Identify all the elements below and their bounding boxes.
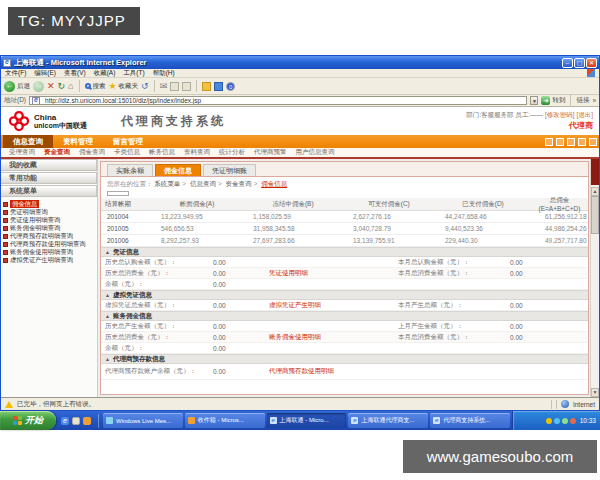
section-header-acct-commission[interactable]: ▲ 账务佣金信息 — [101, 311, 588, 321]
history-button[interactable]: ↺ — [141, 81, 149, 92]
prepayment-usage-link[interactable]: 代理商预存款使用明细 — [269, 367, 398, 376]
sidebar-item-label: 佣金信息 — [10, 200, 39, 208]
menu-tools[interactable]: 工具(T) — [123, 69, 144, 78]
field-label: 余额（元）： — [101, 280, 213, 288]
quicklaunch-media-icon[interactable] — [83, 417, 91, 425]
favorites-button[interactable]: ★ 收藏夹 — [109, 81, 139, 92]
edit-button[interactable] — [182, 82, 191, 91]
forward-icon: → — [33, 81, 44, 92]
nav-refresh-icon[interactable] — [556, 138, 564, 146]
back-button[interactable]: ← 后退 — [4, 81, 30, 92]
tab-voucher-ledger[interactable]: 凭证明细账 — [203, 164, 256, 176]
address-input[interactable]: http://dlz.sh.unicom.local:15010/dlz/jsp… — [29, 96, 527, 105]
links-label[interactable]: 链接 — [576, 96, 589, 105]
subnav-item-funds-query[interactable]: 资金查询 — [44, 148, 70, 157]
section-header-voucher-info[interactable]: ▲ 凭证信息 — [101, 247, 588, 257]
tray-volume-icon[interactable] — [562, 418, 568, 424]
title-bar[interactable]: 上海联通 - Microsoft Internet Explorer – ▢ ✕ — [1, 56, 599, 69]
address-dropdown-button[interactable]: ▼ — [530, 96, 538, 105]
sidebar-section-common[interactable]: 常用功能 — [1, 172, 97, 184]
quicklaunch-show-desktop-icon[interactable] — [72, 417, 80, 425]
subnav-item-8[interactable]: 用户信息查询 — [296, 148, 335, 157]
home-button[interactable]: ⌂ — [68, 81, 73, 92]
breadcrumb-funds-query[interactable]: 资金查询 — [226, 180, 252, 187]
quicklaunch-ie-icon[interactable]: e — [61, 417, 69, 425]
menu-view[interactable]: 查看(V) — [64, 69, 86, 78]
subnav-item-6[interactable]: 统计分析 — [219, 148, 245, 157]
tab-real-balance[interactable]: 实账余额 — [107, 164, 153, 176]
scroll-down-arrow[interactable]: ▼ — [591, 388, 599, 397]
address-bar: 地址(D) http://dlz.sh.unicom.local:15010/d… — [1, 95, 599, 107]
links-chevron[interactable]: » — [592, 97, 596, 104]
mail-button[interactable]: ✉ — [160, 81, 168, 92]
sidebar-item-acct-commission-usage[interactable]: 账务佣金使用明细查询 — [3, 248, 97, 256]
vertical-scrollbar[interactable]: ▲ ▼ — [590, 159, 599, 397]
cell-frozen: 27,697,283.66 — [243, 237, 343, 244]
nav-mail-icon[interactable] — [567, 138, 575, 146]
forward-button[interactable]: → — [33, 81, 44, 92]
task-agent-portal[interactable]: e 上海联通代理商支... — [348, 413, 428, 428]
menu-file[interactable]: 文件(F) — [5, 69, 26, 78]
section-header-prepayment[interactable]: ▲ 代理商预存款信息 — [101, 354, 588, 364]
nav-tab-data-mgmt[interactable]: 资料管理 — [53, 135, 103, 148]
refresh-button[interactable]: ↻ — [58, 81, 66, 92]
breadcrumb-info-query[interactable]: 信息查询 — [190, 180, 216, 187]
sidebar-section-system-menu[interactable]: 系统菜单 — [1, 185, 97, 197]
logout-link[interactable]: [退出] — [576, 111, 593, 118]
task-windows-live[interactable]: Windows Live Mes... — [103, 413, 183, 428]
menu-favorites[interactable]: 收藏(A) — [94, 69, 116, 78]
sidebar-item-voucher-usage[interactable]: 凭证使用明细查询 — [3, 216, 97, 224]
sidebar-item-virtual-voucher[interactable]: 虚拟凭证产生明细查询 — [3, 256, 97, 264]
change-password-link[interactable]: [修改密码] — [545, 111, 575, 118]
nav-tab-info-query[interactable]: 信息查询 — [3, 135, 53, 148]
nav-tab-message-mgmt[interactable]: 留言管理 — [103, 135, 153, 148]
print-button[interactable] — [170, 82, 179, 91]
screen: TG: MYYJJPP 上海联通 - Microsoft Internet Ex… — [0, 0, 600, 480]
subnav-item-4[interactable]: 帐务信息 — [149, 148, 175, 157]
stop-button[interactable]: ✕ — [47, 81, 55, 92]
menu-help[interactable]: 帮助(H) — [153, 69, 175, 78]
sidebar-item-commission-info[interactable]: 佣金信息 — [3, 200, 97, 208]
minimize-button[interactable]: – — [562, 58, 573, 68]
acct-commission-usage-link[interactable]: 账务佣金使用明细 — [269, 333, 398, 342]
taskbar-clock[interactable]: 10:33 — [580, 417, 596, 424]
messenger-button[interactable] — [214, 82, 223, 91]
sidebar-item-prepay-usage[interactable]: 代理商预存款使用明细查询 — [3, 240, 97, 248]
virtual-voucher-detail-link[interactable]: 虚拟凭证产生明细 — [269, 301, 398, 310]
subnav-item-7[interactable]: 代理商预警 — [254, 148, 287, 157]
sidebar-item-prepay-detail[interactable]: 代理商预存款明细查询 — [3, 232, 97, 240]
subnav-item-2[interactable]: 佣金查询 — [79, 148, 105, 157]
close-button[interactable]: ✕ — [586, 58, 597, 68]
voucher-usage-detail-link[interactable]: 凭证使用明细 — [269, 269, 398, 278]
task-agent-system[interactable]: e 代理商支持系统... — [430, 413, 510, 428]
subnav-item-3[interactable]: 卡类信息 — [114, 148, 140, 157]
tab-commission-info[interactable]: 佣金信息 — [155, 164, 201, 176]
nav-home-icon[interactable] — [545, 138, 553, 146]
nav-exit-icon[interactable] — [589, 138, 597, 146]
sidebar-item-acct-commission-detail[interactable]: 账务佣金明细查询 — [3, 224, 97, 232]
field-row: 历史总消费金（元）： 0.00 凭证使用明细 本月总消费金额（元）： 0.00 — [101, 268, 588, 279]
breadcrumb-system-menu[interactable]: 系统菜单 — [154, 180, 180, 187]
subnav-item-0[interactable]: 受理查询 — [9, 148, 35, 157]
folders-button[interactable] — [202, 82, 211, 91]
addon-button[interactable]: 0 — [226, 82, 235, 91]
menu-edit[interactable]: 编辑(E) — [34, 69, 56, 78]
section-header-virtual-voucher[interactable]: ▲ 虚拟凭证信息 — [101, 290, 588, 300]
scroll-up-arrow[interactable]: ▲ — [591, 187, 599, 196]
tray-network-icon[interactable] — [554, 418, 560, 424]
maximize-button[interactable]: ▢ — [574, 58, 585, 68]
scroll-thumb[interactable] — [591, 196, 599, 234]
tray-app-icon[interactable] — [570, 418, 576, 424]
panel-toggle-tab[interactable] — [591, 159, 599, 185]
start-button[interactable]: 开始 — [0, 411, 56, 430]
sidebar-section-favorites[interactable]: 我的收藏 — [1, 159, 97, 171]
sidebar-item-voucher-detail[interactable]: 凭证明细查询 — [3, 208, 97, 216]
task-inbox[interactable]: 收件箱 - Micros... — [185, 413, 265, 428]
tray-shield-icon[interactable] — [546, 418, 552, 424]
subnav-item-5[interactable]: 资料查询 — [184, 148, 210, 157]
field-label: 本月产生总额（元）： — [398, 301, 510, 310]
go-button[interactable]: ➜ 转到 — [541, 96, 565, 105]
task-shanghai-unicom-ie[interactable]: e 上海联通 - Micro... — [267, 413, 347, 428]
search-button[interactable]: 搜索 — [85, 82, 106, 91]
nav-help-icon[interactable] — [578, 138, 586, 146]
